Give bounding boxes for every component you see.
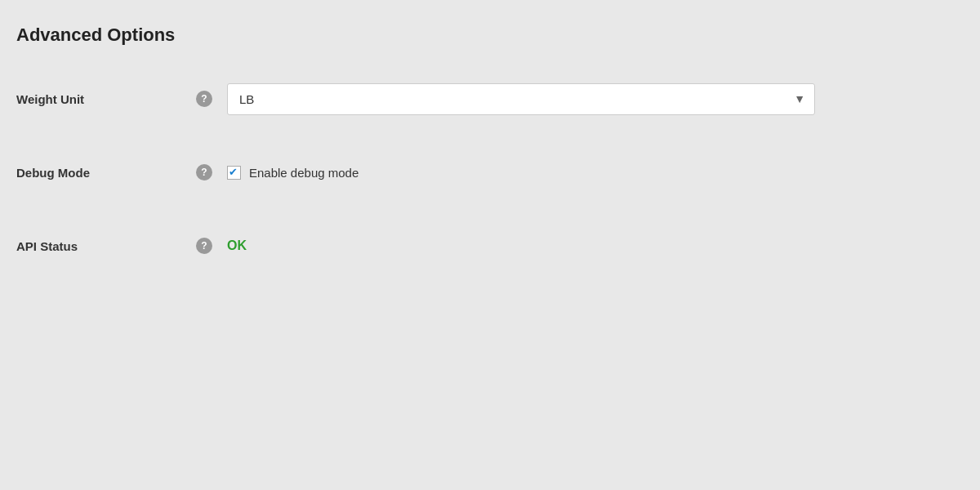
weight-unit-select-wrapper: LB KG OZ G ▼ <box>227 83 815 115</box>
debug-mode-checkbox-label[interactable]: Enable debug mode <box>249 166 359 180</box>
weight-unit-select[interactable]: LB KG OZ G <box>227 83 815 115</box>
weight-unit-control: ? LB KG OZ G ▼ <box>196 83 964 115</box>
weight-unit-label: Weight Unit <box>16 92 196 106</box>
debug-mode-checkbox[interactable] <box>227 166 241 180</box>
debug-mode-row: Debug Mode ? Enable debug mode <box>16 152 964 193</box>
api-status-row: API Status ? OK <box>16 225 964 266</box>
api-status-control: ? OK <box>196 238 964 254</box>
api-status-value: OK <box>227 238 247 253</box>
debug-mode-control: ? Enable debug mode <box>196 164 964 180</box>
page-title: Advanced Options <box>16 24 964 46</box>
debug-mode-help-icon[interactable]: ? <box>196 164 212 180</box>
advanced-options-container: Advanced Options Weight Unit ? LB KG OZ … <box>0 0 980 323</box>
debug-mode-checkbox-wrapper: Enable debug mode <box>227 166 359 180</box>
weight-unit-row: Weight Unit ? LB KG OZ G ▼ <box>16 78 964 119</box>
weight-unit-help-icon[interactable]: ? <box>196 91 212 107</box>
api-status-label: API Status <box>16 239 196 253</box>
api-status-help-icon[interactable]: ? <box>196 238 212 254</box>
debug-mode-label: Debug Mode <box>16 166 196 180</box>
